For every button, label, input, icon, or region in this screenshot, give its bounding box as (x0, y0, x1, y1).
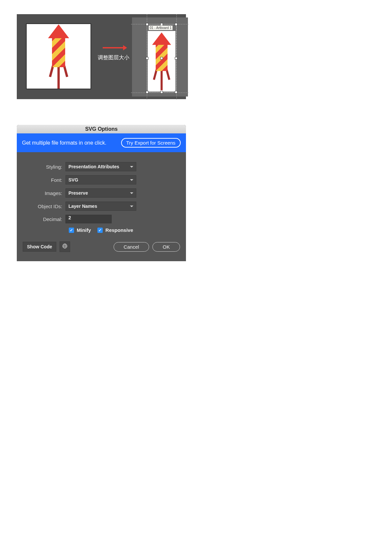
styling-select[interactable]: Presentation Attributes (65, 162, 136, 171)
selection-handle[interactable] (175, 57, 177, 60)
object-ids-select[interactable]: Layer Names (65, 202, 136, 211)
chevron-down-icon (130, 192, 133, 194)
minify-label: Minify (77, 227, 91, 233)
canvas-after: 01 - Artboard 1 (132, 17, 188, 97)
resize-arrow: 调整图层大小 (98, 47, 129, 61)
selection-handle[interactable] (146, 57, 148, 60)
try-export-for-screens-button[interactable]: Try Export for Screens (121, 138, 181, 148)
selection-handle[interactable] (146, 91, 148, 94)
selection-bounds[interactable] (147, 24, 176, 93)
styling-label: Styling: (23, 164, 65, 170)
artboard-label: 01 - Artboard 1 (148, 25, 173, 30)
minify-checkbox[interactable] (69, 228, 74, 233)
selection-handle[interactable] (146, 23, 148, 26)
chevron-down-icon (130, 179, 133, 181)
arrow-label: 调整图层大小 (98, 54, 129, 61)
show-code-button[interactable]: Show Code (23, 242, 56, 252)
rocket-icon (45, 23, 72, 89)
chevron-down-icon (130, 206, 133, 207)
responsive-checkbox[interactable] (97, 228, 103, 233)
selection-handle[interactable] (160, 57, 163, 60)
svg-options-dialog: SVG Options Get multiple file formats in… (17, 125, 186, 261)
selection-handle[interactable] (175, 23, 177, 26)
chevron-down-icon (130, 166, 133, 168)
responsive-label: Responsive (105, 227, 133, 233)
canvas-before (26, 23, 91, 89)
decimal-label: Decimal: (23, 216, 65, 222)
images-select[interactable]: Preserve (65, 188, 136, 198)
promo-banner: Get multiple file formats in one click. … (17, 133, 186, 152)
ok-button[interactable]: OK (152, 242, 180, 252)
banner-text: Get multiple file formats in one click. (22, 140, 106, 146)
cancel-button[interactable]: Cancel (114, 242, 149, 252)
rocket-icon (150, 31, 173, 90)
selection-handle[interactable] (160, 91, 163, 94)
images-label: Images: (23, 190, 65, 196)
decimal-input[interactable]: 2 (65, 215, 112, 223)
font-label: Font: (23, 177, 65, 183)
preview-in-browser-button[interactable] (60, 241, 70, 252)
arrow-right-icon (103, 47, 124, 48)
illustration-panel: 调整图层大小 01 (17, 14, 186, 99)
object-ids-label: Object IDs: (23, 204, 65, 209)
globe-icon (62, 243, 67, 250)
dialog-title: SVG Options (17, 125, 186, 133)
selection-handle[interactable] (175, 91, 177, 94)
font-select[interactable]: SVG (65, 175, 136, 184)
